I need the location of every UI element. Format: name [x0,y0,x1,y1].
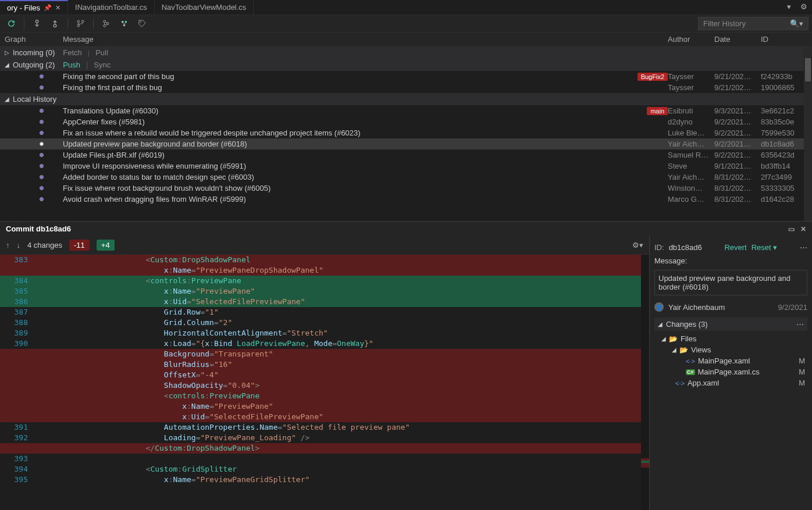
commit-message: Updated preview pane background and bord… [63,140,247,148]
diff-viewer: ↑ ↓ 4 changes -11 +4 ⚙▾ 383 <Custom:Drop… [0,236,649,510]
commit-date: 9/2/2021… [714,151,761,159]
dropdown-icon[interactable]: ▾ [782,0,796,15]
commit-row[interactable]: Avoid crash when dragging files from Win… [0,194,812,205]
tab-label: ory - Files [7,3,40,12]
file-status: M [799,356,807,365]
revert-link[interactable]: Revert [724,243,746,252]
tab-inavigationtoolbar[interactable]: INavigationToolbar.cs [68,0,155,15]
commit-message: Fix issue where root background brush wo… [63,184,270,192]
scrollbar[interactable] [804,47,812,221]
tree-file[interactable]: C#MainPage.xaml.csM [654,366,807,377]
column-id[interactable]: ID [761,35,807,44]
message-label: Message: [654,254,807,268]
tab-navtoolbarviewmodel[interactable]: NavToolbarViewModel.cs [155,0,254,15]
column-graph[interactable]: Graph [5,35,63,44]
diff-settings-icon[interactable]: ⚙▾ [632,241,643,249]
svg-point-10 [123,24,126,26]
refresh-icon[interactable] [3,17,19,30]
first-parent-icon[interactable] [116,17,132,30]
show-tags-icon[interactable] [134,17,150,30]
commit-row[interactable]: Fix issue where root background brush wo… [0,183,812,194]
commit-author: Samuel R… [668,151,714,159]
code-line: ShadowOpacity="0.04"> [0,380,649,391]
folder-name: Files [681,334,696,343]
incoming-section[interactable]: ▷ Incoming (0) Fetch | Pull [0,47,812,59]
graph-toggle-icon[interactable] [98,17,114,30]
commit-row[interactable]: AppCenter fixes (#5981) d2dyno 9/2/2021…… [0,116,812,127]
commit-id: 7599e530 [761,129,807,137]
tree-folder-root[interactable]: ◢📂 Files [654,333,807,344]
commit-message: Improve UI responsiveness while enumerat… [63,162,246,170]
commit-date: 8/31/202… [714,184,761,192]
more-icon[interactable]: ⋯ [800,243,807,252]
code-line: 391 AutomationProperties.Name="Selected … [0,422,649,433]
commit-row[interactable]: Update Files.pt-BR.xlf (#6019) Samuel R…… [0,149,812,161]
minimap[interactable] [641,255,649,510]
commit-row[interactable]: Updated preview pane background and bord… [0,138,812,149]
reset-link[interactable]: Reset ▾ [752,243,778,252]
pull-link[interactable]: Pull [95,48,108,57]
push-link[interactable]: Push [63,60,80,69]
chevron-down-icon: ◢ [5,62,9,68]
branch-icon[interactable] [73,17,88,30]
commit-row[interactable]: Fix an issue where a rebuild would be tr… [0,127,812,138]
changes-section-header[interactable]: ◢ Changes (3) ⋯ [654,318,807,331]
commit-message: Update Files.pt-BR.xlf (#6019) [63,151,165,159]
code-area[interactable]: 383 <Custom:DropShadowPanel x:Name="Prev… [0,255,649,510]
column-message[interactable]: Message [63,35,668,44]
tree-file[interactable]: <·>MainPage.xamlM [654,355,807,366]
column-author[interactable]: Author [668,35,714,44]
tree-folder-views[interactable]: ◢📂 Views [654,344,807,355]
branch-badge: BugFix2 [638,73,668,81]
chevron-down-icon: ◢ [5,96,9,102]
commit-message: AppCenter fixes (#5981) [63,117,145,126]
more-icon[interactable]: ⋯ [796,320,804,329]
csharp-icon: C# [686,369,695,375]
fetch-link[interactable]: Fetch [63,48,82,57]
next-change-icon[interactable]: ↓ [17,241,21,249]
code-line: 395 x:Name="PreviewPaneGridSplitter" [0,475,649,485]
sync-link[interactable]: Sync [94,60,111,69]
pin-icon[interactable]: 📌 [44,4,52,12]
file-name: MainPage.xaml [698,356,750,365]
tree-file[interactable]: <·>App.xamlM [654,377,807,388]
code-line: BlurRadius="16" [0,359,649,370]
svg-point-9 [124,21,127,23]
gear-icon[interactable]: ⚙ [796,0,812,15]
local-history-section[interactable]: ◢ Local History [0,93,812,105]
close-icon[interactable]: ✕ [800,225,806,233]
file-status: M [799,368,807,376]
filter-history-input[interactable]: Filter History 🔍▾ [698,17,809,30]
commit-date: 9/2/2021… [714,117,761,126]
code-line: 390 x:Load="{x:Bind LoadPreviewPane, Mod… [0,338,649,349]
commit-date: 9/3/2021… [714,106,761,115]
filter-placeholder: Filter History [703,19,746,28]
tab-history-files[interactable]: ory - Files 📌 ✕ [0,0,68,15]
fetch-icon[interactable] [29,17,45,30]
prev-change-icon[interactable]: ↑ [6,241,10,249]
restore-icon[interactable]: ▭ [788,225,795,233]
column-date[interactable]: Date [714,35,761,44]
commit-row[interactable]: Fixing the second part of this bug BugFi… [0,71,812,82]
commit-detail-sidebar: ID: db1c8ad6 Revert Reset ▾ ⋯ Message: U… [649,236,812,510]
folder-icon: 📂 [679,346,688,354]
commit-title-bar: Commit db1c8ad6 ▭ ✕ [0,222,812,236]
search-icon[interactable]: 🔍▾ [790,19,803,28]
changes-count-label: Changes (3) [666,320,708,329]
commit-row[interactable]: Added border to status bar to match desi… [0,172,812,183]
commit-row[interactable]: Improve UI responsiveness while enumerat… [0,161,812,172]
pull-icon[interactable] [47,17,63,30]
svg-point-0 [35,20,38,23]
svg-point-3 [77,24,80,27]
commit-message: Updated preview pane background and bord… [654,270,807,295]
commit-row[interactable]: Fixing the first part of this bug Taysse… [0,82,812,93]
commit-message: Fixing the first part of this bug [63,83,162,92]
code-line: 383 <Custom:DropShadowPanel [0,255,649,265]
chevron-right-icon: ▷ [5,49,9,56]
close-icon[interactable]: ✕ [55,4,60,12]
svg-point-11 [140,22,141,23]
outgoing-section[interactable]: ◢ Outgoing (2) Push | Sync [0,59,812,71]
scrollbar-thumb[interactable] [805,58,811,81]
commit-row[interactable]: Translations Update (#6030) main Esibrut… [0,105,812,116]
commit-id: d1642c28 [761,195,807,204]
